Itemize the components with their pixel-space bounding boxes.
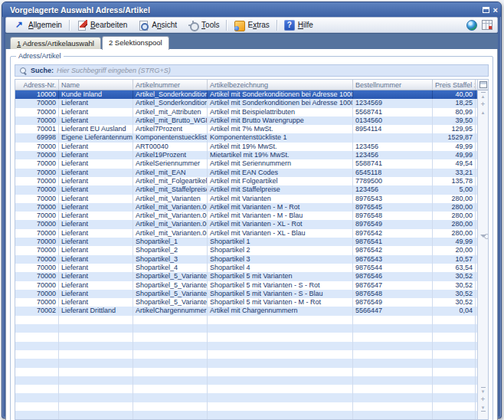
table-cell <box>59 411 133 419</box>
table-cell: Artikel_mit_Varianten <box>133 195 208 203</box>
menu-separator <box>277 20 277 31</box>
table-row[interactable]: 10000Kunde InlandArtikel_Sonderkondition… <box>15 90 477 99</box>
table-row[interactable]: 70000LieferantArtikelSeriennummerArtikel… <box>15 159 477 168</box>
title-bar[interactable]: Vorgelagerte Auswahl Adress/Artikel × <box>2 2 501 17</box>
table-cell: 280,00 <box>433 220 476 228</box>
table-cell: 70000 <box>15 212 59 220</box>
column-chooser-icon[interactable] <box>479 81 487 88</box>
table-row[interactable]: 70000LieferantArtikel_mit_EANArtikel mit… <box>15 169 477 177</box>
table-cell <box>59 385 133 393</box>
table-cell <box>433 393 476 402</box>
table-cell: 129,95 <box>433 125 476 133</box>
table-row[interactable] <box>15 393 477 402</box>
scroll-down-plus-icon[interactable]: + <box>479 396 488 402</box>
table-cell <box>208 359 353 367</box>
search-bar[interactable]: Suche: <box>15 64 489 77</box>
table-cell <box>353 133 433 142</box>
table-row[interactable] <box>15 359 477 367</box>
menu-ansicht[interactable]: Ansicht <box>133 18 182 32</box>
table-cell: 135,78 <box>433 177 476 185</box>
calculator-icon[interactable] <box>482 20 493 30</box>
scroll-up-plus-icon[interactable]: + <box>479 101 488 107</box>
search-input[interactable] <box>57 66 484 75</box>
scroll-last-icon[interactable]: ▾ <box>479 405 488 412</box>
table-row[interactable]: 70000LieferantArtikel_mit_StaffelpreiseA… <box>15 185 477 194</box>
table-row[interactable]: 70000LieferantShopartikel_3Shopartikel 3… <box>15 255 477 264</box>
table-row[interactable] <box>15 385 477 393</box>
menu-hilfe[interactable]: Hilfe <box>279 18 319 32</box>
close-icon[interactable]: × <box>493 6 498 14</box>
table-cell: Shopartikel 5 mit Varianten - S - Blau <box>208 290 353 298</box>
table-cell <box>208 411 353 419</box>
table-row[interactable]: 70000LieferantArtikel_mit_Varianten.006A… <box>15 229 477 238</box>
table-row[interactable]: 70000LieferantShopartikel_5_Varianten.1S… <box>15 281 477 290</box>
table-row[interactable]: 70000LieferantShopartikel_2Shopartikel 2… <box>15 246 477 254</box>
table-cell: Artikel_mit_EAN <box>133 169 208 177</box>
table-cell: 70000 <box>15 177 59 185</box>
table-row[interactable]: 70000LieferantArtikel_mit_Varianten.003A… <box>15 203 477 212</box>
table-row[interactable] <box>15 333 477 341</box>
table-cell: Shopartikel 5 mit Varianten <box>208 272 353 281</box>
table-cell <box>133 316 208 324</box>
table-row[interactable]: 70000LieferantShopartikel_5_VariantenSho… <box>15 272 477 281</box>
table-row[interactable] <box>15 376 477 385</box>
menu-extras[interactable]: Extras <box>228 18 274 32</box>
table-cell <box>433 385 476 393</box>
table-cell: Lieferant <box>59 272 133 281</box>
column-header-preis-staffel-1[interactable]: Preis Staffel 1 <box>433 80 476 90</box>
table-cell: Shopartikel 4 <box>208 264 353 272</box>
table-row[interactable]: 70002Lieferant DrittlandArtikelChargennu… <box>15 307 477 315</box>
table-row[interactable]: 70000LieferantART00040Artikel mit 19% Mw… <box>15 143 477 151</box>
column-header-artikelbezeichnung[interactable]: Artikelbezeichnung <box>208 80 353 90</box>
column-header-adress-nr-[interactable]: Adress-Nr. <box>15 80 59 90</box>
table-cell <box>59 324 133 333</box>
table-cell: 9876548 <box>353 290 433 298</box>
table-row[interactable] <box>15 411 477 419</box>
table-row[interactable] <box>15 350 477 359</box>
table-row[interactable]: 70000LieferantArtikel_mit_AttributenArti… <box>15 108 477 116</box>
table-cell: Mietartikel mit 19% MwSt. <box>208 151 353 159</box>
globe-icon[interactable] <box>466 20 477 31</box>
table-row[interactable]: 70000LieferantArtikel_mit_Brutto_WGRArti… <box>15 116 477 125</box>
table-row[interactable] <box>15 402 477 411</box>
table-row[interactable]: 69998Eigene Lieferantennummer-FirmaKompo… <box>15 133 477 142</box>
restore-icon[interactable] <box>483 7 489 13</box>
table-row[interactable]: 70000LieferantShopartikel_5_Varianten.3S… <box>15 298 477 307</box>
table-row[interactable]: 70000LieferantArtikel_mit_Varianten.004A… <box>15 212 477 220</box>
table-row[interactable] <box>15 368 477 376</box>
table-cell <box>15 350 59 359</box>
tab-1-adress-artikelauswahl[interactable]: 1 Adress/Artikelauswahl <box>10 37 101 49</box>
menu-bearbeiten[interactable]: Bearbeiten <box>71 18 133 32</box>
table-cell: Shopartikel_3 <box>133 255 208 264</box>
table-cell <box>133 333 208 341</box>
table-row[interactable]: 70000LieferantArtikel_mit_FolgeartikelAr… <box>15 177 477 185</box>
table-row[interactable]: 70000LieferantShopartikel_1Shopartikel 1… <box>15 238 477 246</box>
scroll-first-icon[interactable]: ▴ <box>479 92 488 99</box>
strip-header[interactable] <box>478 80 488 90</box>
table-cell: Lieferant <box>59 195 133 203</box>
menu-allgemein[interactable]: Allgemein <box>9 18 67 32</box>
table-row[interactable]: 70000LieferantShopartikel_5_Varianten.2S… <box>15 290 477 298</box>
table-cell: ART00040 <box>133 143 208 151</box>
table-row[interactable]: 70000LieferantShopartikel_4Shopartikel 4… <box>15 264 477 272</box>
table-row[interactable]: 70000LieferantArtikel_mit_VariantenArtik… <box>15 195 477 203</box>
table-cell: Artikel mit Varianten - XL - Rot <box>208 220 353 228</box>
scroll-down-icon[interactable]: ▾ <box>479 387 488 394</box>
table-row[interactable]: 70001Lieferant EU AuslandArtikel7Prozent… <box>15 125 477 133</box>
column-header-name[interactable]: Name <box>59 80 133 90</box>
groupbox-label: Adress/Artikel <box>16 52 64 61</box>
tab-2-selektionspool[interactable]: 2 Selektionspool <box>102 36 169 50</box>
table-cell: Artikel_mit_Attributen <box>133 108 208 116</box>
table-row[interactable]: 70000LieferantArtikel_SonderkonditionenA… <box>15 99 477 107</box>
column-header-bestellnummer[interactable]: Bestellnummer <box>353 80 433 90</box>
table-cell: Shopartikel_1 <box>133 238 208 246</box>
table-row[interactable] <box>15 324 477 333</box>
table-row[interactable] <box>15 316 477 324</box>
column-header-artikelnummer[interactable]: Artikelnummer <box>133 80 208 90</box>
table-row[interactable] <box>15 342 477 350</box>
table-cell: Artikel mit Brutto Warengruppe <box>208 116 353 125</box>
table-row[interactable]: 70000LieferantArtikel19ProzentMietartike… <box>15 151 477 159</box>
scroll-up-icon[interactable]: ▴ <box>479 110 488 115</box>
table-row[interactable]: 70000LieferantArtikel_mit_Varianten.005A… <box>15 220 477 228</box>
menu-tools[interactable]: Tools <box>182 18 224 32</box>
